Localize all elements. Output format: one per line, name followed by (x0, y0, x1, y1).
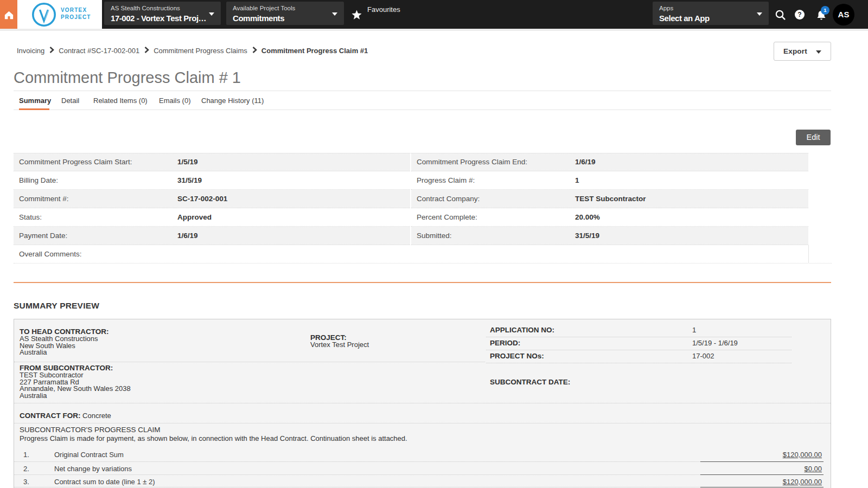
svg-text:?: ? (797, 11, 801, 18)
